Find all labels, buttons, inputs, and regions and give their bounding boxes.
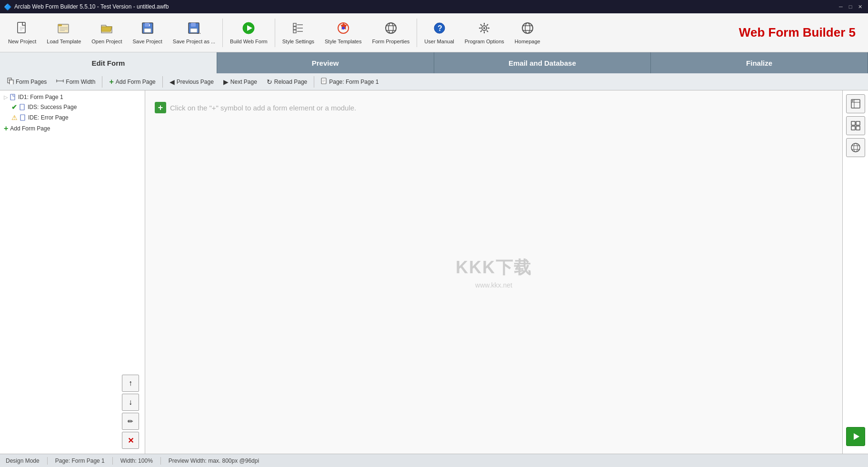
right-btn-play[interactable] xyxy=(846,427,865,446)
app-icon: 🔷 xyxy=(4,3,11,10)
svg-rect-50 xyxy=(10,80,13,84)
watermark: KKK下载 www.kkx.net xyxy=(456,256,532,288)
tab-email-database[interactable]: Email and Database xyxy=(434,52,651,73)
toolbar-save-project[interactable]: Save Project xyxy=(127,16,167,50)
new-project-label: New Project xyxy=(8,39,36,44)
right-btn-3-icon xyxy=(850,142,861,153)
toolbar-form-properties[interactable]: Form Properties xyxy=(367,16,415,50)
status-sep-3 xyxy=(160,457,161,465)
toolbar-style-settings[interactable]: Style Settings xyxy=(277,16,319,50)
titlebar-title: 🔷 Arclab Web Form Builder 5.5.10 - Test … xyxy=(4,3,169,10)
app-version: 5 xyxy=(849,25,856,40)
open-project-icon xyxy=(100,21,113,37)
add-element-button[interactable]: + xyxy=(155,102,166,113)
tab-finalize[interactable]: Finalize xyxy=(651,52,868,73)
status-page: Page: Form Page 1 xyxy=(55,457,105,464)
minimize-button[interactable]: ─ xyxy=(837,2,845,11)
load-template-label: Load Template xyxy=(47,39,81,44)
form-width-label: Form Width xyxy=(66,79,95,85)
maximize-button[interactable]: □ xyxy=(846,2,855,11)
watermark-text: KKK下载 xyxy=(456,256,532,279)
edit-button[interactable]: ✏ xyxy=(122,413,139,430)
previous-page-icon: ◀ xyxy=(170,78,175,86)
svg-point-70 xyxy=(854,143,858,152)
add-form-page-button[interactable]: + Add Form Page xyxy=(105,76,160,88)
tree-item-form-page-1[interactable]: ▷ ID1: Form Page 1 xyxy=(0,92,145,102)
page-label-text: Page: Form Page 1 xyxy=(329,79,379,85)
next-page-button[interactable]: ▶ Next Page xyxy=(219,76,261,88)
tab-edit-form[interactable]: Edit Form xyxy=(0,52,217,73)
page-label: Page: Form Page 1 xyxy=(317,76,382,87)
build-web-form-label: Build Web Form xyxy=(230,39,268,44)
toolbar-open-project[interactable]: Open Project xyxy=(86,16,127,50)
build-web-form-icon xyxy=(242,21,255,37)
svg-point-69 xyxy=(851,143,860,152)
form-width-button[interactable]: Form Width xyxy=(52,76,100,88)
svg-line-39 xyxy=(480,24,482,26)
move-up-icon: ↑ xyxy=(129,379,132,388)
tree-expand-icon: ▷ xyxy=(4,94,8,100)
tree-label-add-form-page: Add Form Page xyxy=(10,125,50,132)
tree-item-success-page[interactable]: ✔ IDS: Success Page xyxy=(0,102,145,112)
toolbar-style-templates[interactable]: Style Templates xyxy=(319,16,367,50)
svg-point-43 xyxy=(522,23,533,33)
svg-point-26 xyxy=(342,27,345,30)
toolbar-user-manual[interactable]: ? User Manual xyxy=(419,16,459,50)
right-btn-2[interactable] xyxy=(846,116,865,135)
status-mode: Design Mode xyxy=(6,457,40,464)
main-area: ▷ ID1: Form Page 1 ✔ IDS: Success Page ⚠… xyxy=(0,90,868,454)
form-pages-label: Form Pages xyxy=(16,79,47,85)
homepage-icon xyxy=(521,21,534,37)
subtoolbar-sep-2 xyxy=(162,76,163,88)
reload-page-button[interactable]: ↻ Reload Page xyxy=(262,76,311,88)
add-form-page-icon: + xyxy=(109,78,113,86)
move-down-button[interactable]: ↓ xyxy=(122,394,139,411)
tab-preview[interactable]: Preview xyxy=(217,52,434,73)
new-project-icon xyxy=(16,21,29,37)
toolbar-build-web-form[interactable]: Build Web Form xyxy=(225,16,273,50)
svg-point-27 xyxy=(386,23,396,33)
tree-item-error-page[interactable]: ⚠ IDE: Error Page xyxy=(0,112,145,123)
toolbar-homepage[interactable]: Homepage xyxy=(509,16,546,50)
homepage-label: Homepage xyxy=(515,39,540,44)
toolbar-load-template[interactable]: Load Template xyxy=(41,16,86,50)
svg-rect-0 xyxy=(18,22,25,33)
sidebar: ▷ ID1: Form Page 1 ✔ IDS: Success Page ⚠… xyxy=(0,90,145,454)
status-width: Width: 100% xyxy=(120,457,153,464)
previous-page-label: Previous Page xyxy=(177,79,214,85)
tree-item-add-form-page[interactable]: + Add Form Page xyxy=(0,123,145,134)
toolbar-program-options[interactable]: Program Options xyxy=(459,16,509,50)
toolbar-save-project-as[interactable]: … Save Project as ... xyxy=(168,16,220,50)
add-hint: + Click on the "+" symbol to add a form … xyxy=(155,100,833,115)
reload-page-icon: ↻ xyxy=(267,78,272,86)
user-manual-label: User Manual xyxy=(424,39,454,44)
subtoolbar-sep-1 xyxy=(102,76,102,88)
move-down-icon: ↓ xyxy=(129,398,132,407)
load-template-icon xyxy=(57,21,70,37)
right-btn-1[interactable] xyxy=(846,94,865,113)
save-project-as-icon: … xyxy=(187,21,200,37)
toolbar: New Project Load Template Open Project xyxy=(0,13,868,52)
subtoolbar-sep-3 xyxy=(314,76,314,88)
form-pages-button[interactable]: Form Pages xyxy=(3,76,51,88)
previous-page-button[interactable]: ◀ Previous Page xyxy=(165,76,218,88)
svg-rect-60 xyxy=(20,115,25,120)
page-doc-icon xyxy=(10,94,16,100)
svg-rect-68 xyxy=(856,126,860,130)
close-button[interactable]: ✕ xyxy=(856,2,864,11)
svg-point-44 xyxy=(525,23,530,33)
play-icon xyxy=(850,431,861,442)
delete-icon: ✕ xyxy=(128,436,134,445)
canvas: + Click on the "+" symbol to add a form … xyxy=(145,90,842,454)
main-tabs: Edit Form Preview Email and Database Fin… xyxy=(0,52,868,73)
style-settings-label: Style Settings xyxy=(282,39,314,44)
app-title: Web Form Builder 5 xyxy=(739,25,865,40)
move-up-button[interactable]: ↑ xyxy=(122,375,139,392)
status-sep-2 xyxy=(112,457,113,465)
toolbar-new-project[interactable]: New Project xyxy=(3,16,41,50)
form-pages-icon xyxy=(7,78,14,86)
subtoolbar: Form Pages Form Width + Add Form Page ◀ … xyxy=(0,73,868,90)
svg-rect-66 xyxy=(856,121,860,125)
right-btn-3[interactable] xyxy=(846,138,865,157)
delete-button[interactable]: ✕ xyxy=(122,432,139,449)
